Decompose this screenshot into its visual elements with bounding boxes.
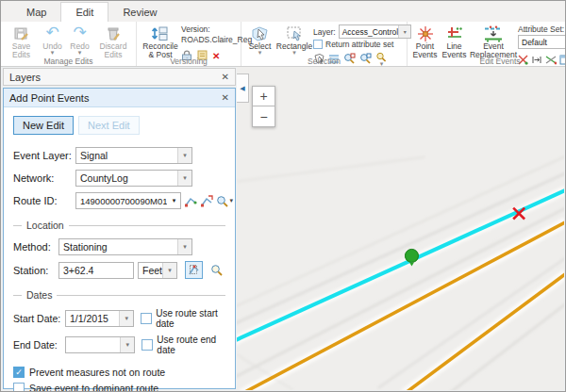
reconcile-post-icon (151, 24, 170, 42)
version-label: Version: (181, 24, 238, 34)
group-edit-events: Point Events Line Events Event Replaceme… (408, 22, 566, 66)
station-label: Station: (13, 265, 58, 276)
next-edit-button[interactable]: Next Edit (78, 116, 140, 135)
use-route-start-date-label[interactable]: Use route start date (156, 308, 225, 329)
start-date-arrow-icon: ▾ (119, 311, 133, 326)
tab-review[interactable]: Review (108, 3, 171, 22)
group-label-versioning: Versioning (137, 57, 241, 66)
group-versioning: Reconcile & Post Version: ROADS.Claire_R… (137, 22, 241, 66)
station-units-arrow-icon: ▾ (162, 263, 176, 278)
station-value: 3+62.4 (63, 265, 93, 276)
network-combo-arrow-icon: ▾ (177, 171, 191, 186)
collapse-arrow-icon: ◀ (240, 85, 244, 92)
undo-icon: ↶ (45, 24, 58, 42)
return-attribute-set-label[interactable]: Return attribute set (325, 40, 393, 49)
route-id-combobox[interactable]: 14900000700090M01 ▾ (75, 192, 181, 209)
add-point-events-panel: Add Point Events ✕ New Edit Next Edit Ev… (3, 88, 236, 389)
group-label-selection: Selection (241, 57, 407, 66)
rectangle-tool-icon (286, 24, 304, 42)
undo-caret-icon: ▾ (51, 51, 55, 56)
select-route-on-map-icon[interactable] (184, 193, 197, 209)
group-label-edit-events: Edit Events (408, 57, 566, 66)
prevent-measures-checkbox[interactable]: ✓ (13, 367, 25, 378)
method-value: Stationing (63, 241, 108, 253)
method-combobox[interactable]: Stationing ▾ (58, 238, 192, 255)
rectangle-button[interactable]: Rectangle ▾ (275, 24, 313, 56)
station-units-value: Feet (142, 265, 162, 276)
layer-value: Access_Control (342, 27, 399, 37)
station-input[interactable]: 3+62.4 (58, 262, 134, 279)
ribbon-tab-bar: Map Edit Review (1, 1, 565, 23)
map-view[interactable]: ◀ + − (237, 67, 564, 390)
start-date-label: Start Date: (13, 313, 65, 324)
zoom-in-button[interactable]: + (252, 86, 275, 106)
group-manage-edits: Save Edits ↶ Undo ▾ ↷ Redo ▾ Discard Edi… (1, 22, 137, 66)
start-date-input[interactable]: 1/1/2015 ▾ (65, 310, 134, 327)
reconcile-post-button[interactable]: Reconcile & Post (140, 24, 181, 60)
line-events-icon (446, 24, 463, 42)
point-events-icon (417, 24, 434, 42)
start-date-value: 1/1/2015 (70, 313, 108, 324)
return-attribute-set-checkbox[interactable] (313, 40, 323, 49)
attribute-set-combobox[interactable]: Default ▾ (518, 35, 566, 49)
save-edits-button[interactable]: Save Edits (4, 24, 39, 60)
pick-station-on-map-icon[interactable] (185, 261, 204, 279)
dates-section-label: Dates (26, 289, 52, 301)
attribute-set-value: Default (522, 38, 547, 47)
select-tool-icon (251, 24, 269, 42)
location-section-separator: Location (13, 220, 225, 231)
layer-combobox[interactable]: Access_Control ▾ (339, 24, 412, 39)
redo-caret-icon: ▾ (78, 51, 82, 56)
tab-edit[interactable]: Edit (60, 2, 108, 23)
line-events-button[interactable]: Line Events (440, 24, 469, 60)
save-dominant-route-label[interactable]: Save event to dominant route (29, 383, 158, 392)
discard-edits-button[interactable]: Discard Edits (93, 24, 133, 60)
new-edit-button[interactable]: New Edit (13, 116, 74, 135)
add-point-events-close-icon[interactable]: ✕ (222, 92, 229, 103)
end-date-input[interactable]: ▾ (65, 336, 135, 353)
network-value: CountyLog (80, 172, 128, 184)
arcgis-pro-window: Map Edit Review Save Edits ↶ Undo ▾ ↷ Re… (0, 0, 566, 392)
prevent-measures-label[interactable]: Prevent measures not on route (29, 367, 165, 378)
method-label: Method: (13, 241, 58, 253)
discard-edits-icon (106, 24, 121, 42)
redo-button[interactable]: ↷ Redo ▾ (66, 24, 93, 56)
zoom-out-button[interactable]: − (252, 106, 275, 127)
layer-label: Layer: (313, 27, 336, 37)
add-point-events-title: Add Point Events (9, 92, 89, 104)
point-events-button[interactable]: Point Events (410, 24, 440, 60)
save-edits-icon (13, 24, 29, 42)
method-combo-arrow-icon: ▾ (177, 239, 191, 254)
layers-close-icon[interactable]: ✕ (222, 72, 229, 82)
tab-map[interactable]: Map (12, 3, 60, 22)
layers-panel-header: Layers ✕ (3, 68, 236, 86)
select-button[interactable]: Select ▾ (244, 24, 275, 56)
undo-button[interactable]: ↶ Undo ▾ (39, 24, 66, 56)
add-point-events-body: New Edit Next Edit Event Layer: Signal ▾… (4, 107, 235, 392)
select-caret-icon: ▾ (258, 51, 262, 56)
event-layer-combobox[interactable]: Signal ▾ (75, 147, 192, 164)
save-dominant-route-checkbox[interactable] (13, 383, 25, 392)
event-layer-label: Event Layer: (13, 150, 75, 161)
network-combobox[interactable]: CountyLog ▾ (75, 170, 192, 187)
event-replacement-button[interactable]: Event Replacement (469, 24, 518, 60)
add-point-events-header: Add Point Events ✕ (4, 89, 235, 107)
dates-section-separator: Dates (13, 289, 225, 301)
network-label: Network: (13, 172, 75, 184)
route-id-value: 14900000700090M01 (80, 196, 167, 206)
use-route-start-date-checkbox[interactable] (141, 313, 152, 324)
route-zoom-menu-icon[interactable]: ▾ (216, 193, 233, 209)
use-route-end-date-label[interactable]: Use route end date (157, 335, 225, 355)
version-value: ROADS.Claire_Reg (181, 35, 238, 44)
layers-panel-title: Layers (9, 72, 41, 83)
map-zoom-control: + − (252, 86, 275, 127)
route-id-combo-arrow-icon: ▾ (167, 193, 180, 208)
redo-icon: ↷ (73, 24, 86, 42)
station-units-combobox[interactable]: Feet ▾ (138, 262, 177, 279)
route-zoom-caret-icon: ▾ (229, 199, 233, 204)
panel-collapse-tab[interactable]: ◀ (237, 74, 249, 103)
use-route-end-date-checkbox[interactable] (142, 339, 153, 351)
location-section-label: Location (26, 220, 64, 231)
station-zoom-icon[interactable] (208, 262, 225, 278)
select-route-from-selection-icon[interactable] (200, 193, 213, 209)
